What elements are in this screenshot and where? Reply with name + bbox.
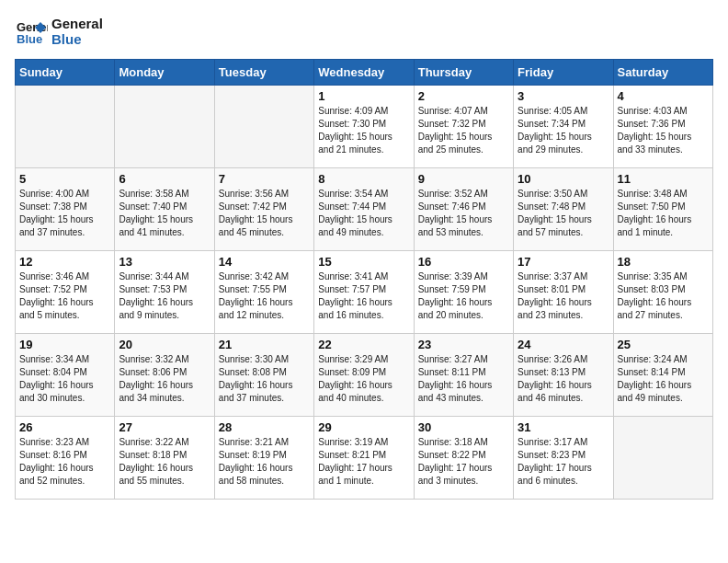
day-number: 2 [418,89,509,103]
day-number: 28 [219,420,310,434]
day-number: 15 [318,255,409,269]
day-info: Sunrise: 3:41 AM Sunset: 7:57 PM Dayligh… [318,270,409,322]
calendar-cell: 17Sunrise: 3:37 AM Sunset: 8:01 PM Dayli… [514,251,613,334]
day-info: Sunrise: 3:56 AM Sunset: 7:42 PM Dayligh… [219,188,310,239]
day-info: Sunrise: 4:03 AM Sunset: 7:36 PM Dayligh… [618,105,709,156]
day-info: Sunrise: 3:52 AM Sunset: 7:46 PM Dayligh… [418,188,509,239]
svg-text:Blue: Blue [17,32,42,46]
day-number: 23 [418,338,509,351]
calendar-cell: 3Sunrise: 4:05 AM Sunset: 7:34 PM Daylig… [514,86,613,168]
page-header: General Blue General Blue [15,15,713,48]
calendar-cell: 5Sunrise: 4:00 AM Sunset: 7:38 PM Daylig… [16,168,115,251]
day-info: Sunrise: 3:39 AM Sunset: 7:59 PM Dayligh… [418,270,509,322]
day-number: 18 [618,255,709,269]
calendar-week-1: 1Sunrise: 4:09 AM Sunset: 7:30 PM Daylig… [16,86,713,168]
calendar-cell: 10Sunrise: 3:50 AM Sunset: 7:48 PM Dayli… [514,168,613,251]
day-info: Sunrise: 3:37 AM Sunset: 8:01 PM Dayligh… [518,270,609,322]
calendar-cell: 21Sunrise: 3:30 AM Sunset: 8:08 PM Dayli… [214,334,313,417]
calendar-cell: 16Sunrise: 3:39 AM Sunset: 7:59 PM Dayli… [414,251,513,334]
day-number: 5 [19,172,110,186]
day-info: Sunrise: 3:32 AM Sunset: 8:06 PM Dayligh… [119,353,210,405]
calendar-cell: 4Sunrise: 4:03 AM Sunset: 7:36 PM Daylig… [613,86,712,168]
calendar-cell: 13Sunrise: 3:44 AM Sunset: 7:53 PM Dayli… [115,251,214,334]
weekday-header-thursday: Thursday [414,60,513,86]
day-number: 3 [518,89,609,103]
day-number: 20 [119,338,210,351]
calendar-cell: 8Sunrise: 3:54 AM Sunset: 7:44 PM Daylig… [314,168,414,251]
day-info: Sunrise: 3:50 AM Sunset: 7:48 PM Dayligh… [518,188,609,239]
day-info: Sunrise: 4:05 AM Sunset: 7:34 PM Dayligh… [518,105,609,156]
calendar-cell [613,417,712,500]
calendar-table: SundayMondayTuesdayWednesdayThursdayFrid… [15,59,713,500]
day-info: Sunrise: 3:34 AM Sunset: 8:04 PM Dayligh… [19,353,110,405]
day-info: Sunrise: 3:18 AM Sunset: 8:22 PM Dayligh… [418,436,509,488]
day-number: 29 [318,420,409,434]
day-number: 1 [318,89,409,103]
calendar-cell: 12Sunrise: 3:46 AM Sunset: 7:52 PM Dayli… [16,251,115,334]
calendar-cell: 25Sunrise: 3:24 AM Sunset: 8:14 PM Dayli… [613,334,712,417]
calendar-cell: 14Sunrise: 3:42 AM Sunset: 7:55 PM Dayli… [214,251,313,334]
calendar-cell: 15Sunrise: 3:41 AM Sunset: 7:57 PM Dayli… [314,251,414,334]
day-info: Sunrise: 3:24 AM Sunset: 8:14 PM Dayligh… [618,353,709,405]
day-number: 6 [119,172,210,186]
day-info: Sunrise: 4:09 AM Sunset: 7:30 PM Dayligh… [318,105,409,156]
calendar-cell: 22Sunrise: 3:29 AM Sunset: 8:09 PM Dayli… [314,334,414,417]
weekday-header-saturday: Saturday [613,60,712,86]
weekday-header-row: SundayMondayTuesdayWednesdayThursdayFrid… [16,60,713,86]
calendar-cell: 29Sunrise: 3:19 AM Sunset: 8:21 PM Dayli… [314,417,414,500]
day-number: 26 [19,420,110,434]
calendar-cell [16,86,115,168]
day-info: Sunrise: 3:26 AM Sunset: 8:13 PM Dayligh… [518,353,609,405]
logo-blue: Blue [51,31,103,47]
day-info: Sunrise: 3:22 AM Sunset: 8:18 PM Dayligh… [119,436,210,488]
calendar-cell [115,86,214,168]
day-info: Sunrise: 3:29 AM Sunset: 8:09 PM Dayligh… [318,353,409,405]
day-number: 12 [19,255,110,269]
day-info: Sunrise: 3:21 AM Sunset: 8:19 PM Dayligh… [219,436,310,488]
calendar-cell: 2Sunrise: 4:07 AM Sunset: 7:32 PM Daylig… [414,86,513,168]
calendar-cell: 27Sunrise: 3:22 AM Sunset: 8:18 PM Dayli… [115,417,214,500]
day-number: 16 [418,255,509,269]
day-info: Sunrise: 3:19 AM Sunset: 8:21 PM Dayligh… [318,436,409,488]
day-info: Sunrise: 3:35 AM Sunset: 8:03 PM Dayligh… [618,270,709,322]
calendar-week-3: 12Sunrise: 3:46 AM Sunset: 7:52 PM Dayli… [16,251,713,334]
day-number: 31 [518,420,609,434]
calendar-week-2: 5Sunrise: 4:00 AM Sunset: 7:38 PM Daylig… [16,168,713,251]
calendar-cell: 7Sunrise: 3:56 AM Sunset: 7:42 PM Daylig… [214,168,313,251]
day-info: Sunrise: 3:27 AM Sunset: 8:11 PM Dayligh… [418,353,509,405]
day-info: Sunrise: 4:07 AM Sunset: 7:32 PM Dayligh… [418,105,509,156]
weekday-header-wednesday: Wednesday [314,60,414,86]
day-number: 7 [219,172,310,186]
day-number: 17 [518,255,609,269]
calendar-cell: 1Sunrise: 4:09 AM Sunset: 7:30 PM Daylig… [314,86,414,168]
weekday-header-monday: Monday [115,60,214,86]
weekday-header-tuesday: Tuesday [214,60,313,86]
calendar-cell: 20Sunrise: 3:32 AM Sunset: 8:06 PM Dayli… [115,334,214,417]
day-number: 24 [518,338,609,351]
calendar-week-4: 19Sunrise: 3:34 AM Sunset: 8:04 PM Dayli… [16,334,713,417]
day-number: 27 [119,420,210,434]
calendar-cell: 18Sunrise: 3:35 AM Sunset: 8:03 PM Dayli… [613,251,712,334]
day-info: Sunrise: 3:58 AM Sunset: 7:40 PM Dayligh… [119,188,210,239]
calendar-cell: 19Sunrise: 3:34 AM Sunset: 8:04 PM Dayli… [16,334,115,417]
calendar-cell: 6Sunrise: 3:58 AM Sunset: 7:40 PM Daylig… [115,168,214,251]
calendar-cell: 9Sunrise: 3:52 AM Sunset: 7:46 PM Daylig… [414,168,513,251]
calendar-cell: 31Sunrise: 3:17 AM Sunset: 8:23 PM Dayli… [514,417,613,500]
day-number: 11 [618,172,709,186]
day-info: Sunrise: 3:17 AM Sunset: 8:23 PM Dayligh… [518,436,609,488]
day-info: Sunrise: 3:42 AM Sunset: 7:55 PM Dayligh… [219,270,310,322]
calendar-cell: 28Sunrise: 3:21 AM Sunset: 8:19 PM Dayli… [214,417,313,500]
calendar-cell: 11Sunrise: 3:48 AM Sunset: 7:50 PM Dayli… [613,168,712,251]
day-info: Sunrise: 4:00 AM Sunset: 7:38 PM Dayligh… [19,188,110,239]
logo-general: General [51,16,103,31]
day-info: Sunrise: 3:44 AM Sunset: 7:53 PM Dayligh… [119,270,210,322]
day-info: Sunrise: 3:48 AM Sunset: 7:50 PM Dayligh… [618,188,709,239]
logo: General Blue General Blue [15,15,103,48]
day-number: 10 [518,172,609,186]
day-number: 9 [418,172,509,186]
day-number: 13 [119,255,210,269]
calendar-cell: 26Sunrise: 3:23 AM Sunset: 8:16 PM Dayli… [16,417,115,500]
logo-icon: General Blue [15,15,48,48]
day-info: Sunrise: 3:23 AM Sunset: 8:16 PM Dayligh… [19,436,110,488]
calendar-cell: 30Sunrise: 3:18 AM Sunset: 8:22 PM Dayli… [414,417,513,500]
